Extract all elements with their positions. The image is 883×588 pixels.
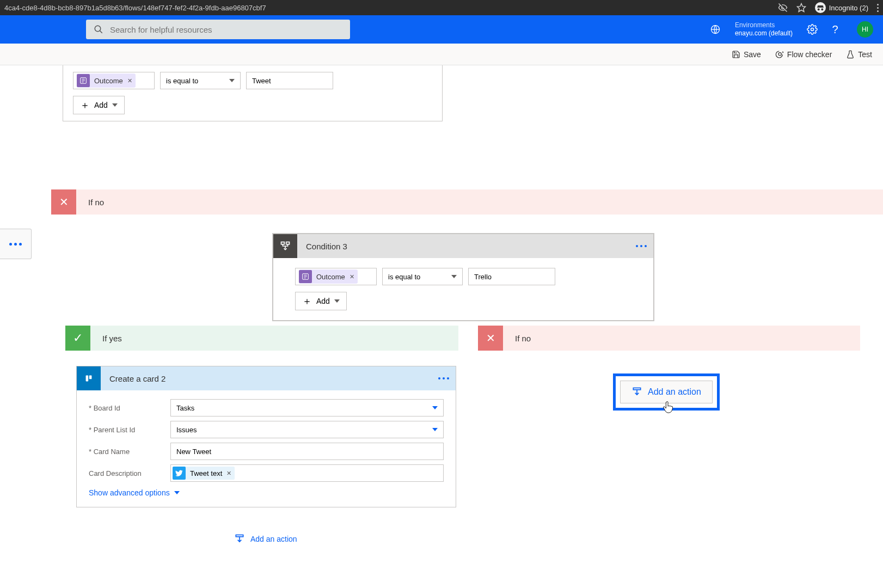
add-condition-button[interactable]: ＋ Add — [73, 96, 125, 114]
add-action-label: Add an action — [250, 535, 297, 543]
condition-operator-select[interactable]: is equal to — [382, 268, 463, 285]
search-icon — [94, 24, 103, 34]
token-remove-icon[interactable]: ✕ — [226, 470, 231, 477]
trello-icon — [77, 366, 101, 390]
list-select[interactable]: Issues — [170, 421, 444, 438]
eye-off-icon[interactable] — [778, 3, 788, 13]
condition-3-card[interactable]: Condition 3 Outcome ✕ is equal to — [272, 233, 654, 321]
svg-rect-13 — [236, 535, 243, 537]
condition-left-operand[interactable]: Outcome ✕ — [295, 268, 377, 285]
twitter-icon — [173, 467, 186, 480]
token-remove-icon[interactable]: ✕ — [127, 77, 132, 84]
trello-create-card[interactable]: Create a card 2 * Board Id Tasks * Paren… — [76, 366, 456, 507]
branch-label: If no — [76, 198, 104, 207]
svg-point-1 — [95, 26, 101, 32]
test-label: Test — [858, 50, 872, 59]
add-label: Add — [94, 101, 108, 109]
settings-icon[interactable] — [807, 24, 818, 35]
condition-card-top[interactable]: Outcome ✕ is equal to Tweet ＋ Add — [63, 65, 443, 121]
list-value: Issues — [176, 426, 197, 434]
card-menu-icon[interactable] — [438, 377, 449, 379]
card-title: Create a card 2 — [101, 374, 438, 383]
field-label-desc: Card Description — [89, 469, 170, 477]
add-label: Add — [316, 297, 330, 305]
card-menu-icon[interactable] — [636, 245, 647, 247]
browser-chrome: 4ca4-cde8-4d8b-bcb8-897b1a5d8b63/flows/1… — [0, 0, 883, 15]
cardname-input[interactable]: New Tweet — [170, 443, 444, 460]
operator-value: is equal to — [388, 273, 420, 281]
command-bar: Save Flow checker Test — [0, 44, 883, 65]
incognito-icon — [815, 2, 826, 13]
branch-label: If no — [503, 334, 531, 343]
svg-rect-8 — [286, 242, 290, 244]
check-icon: ✓ — [73, 332, 83, 344]
forms-icon — [299, 270, 312, 283]
browser-menu-icon[interactable] — [877, 4, 879, 12]
show-advanced-link[interactable]: Show advanced options — [89, 488, 444, 497]
token-label: Outcome — [316, 273, 345, 281]
branch-if-no[interactable]: ✕ If no — [478, 326, 860, 351]
chevron-down-icon — [432, 428, 438, 431]
chevron-down-icon — [334, 299, 340, 303]
environment-icon[interactable] — [710, 24, 721, 35]
star-icon[interactable] — [796, 3, 806, 13]
dynamic-token-outcome[interactable]: Outcome ✕ — [299, 270, 358, 284]
token-label: Tweet text — [190, 469, 222, 477]
token-label: Outcome — [94, 77, 123, 85]
dynamic-token-outcome[interactable]: Outcome ✕ — [77, 74, 136, 88]
plus-icon: ＋ — [302, 296, 312, 306]
chevron-down-icon — [112, 103, 118, 107]
svg-marker-0 — [797, 4, 805, 12]
condition-right-operand[interactable]: Tweet — [246, 72, 333, 89]
dynamic-token-tweettext[interactable]: Tweet text ✕ — [173, 467, 235, 480]
condition-left-operand[interactable]: Outcome ✕ — [73, 72, 155, 89]
forms-icon — [77, 74, 90, 87]
avatar[interactable]: HI — [857, 21, 873, 38]
environment-picker[interactable]: Environments enayu.com (default) — [729, 21, 798, 38]
chevron-down-icon — [229, 79, 235, 82]
board-value: Tasks — [176, 404, 194, 412]
advanced-label: Show advanced options — [89, 488, 170, 497]
condition-operator-select[interactable]: is equal to — [160, 72, 241, 89]
cross-icon: ✕ — [59, 197, 69, 207]
branch-label: If yes — [90, 334, 122, 343]
add-condition-button[interactable]: ＋ Add — [295, 292, 347, 310]
address-bar[interactable]: 4ca4-cde8-4d8b-bcb8-897b1a5d8b63/flows/1… — [4, 4, 778, 12]
chevron-down-icon — [432, 406, 438, 409]
add-action-button[interactable]: Add an action — [234, 534, 297, 544]
right-value: Trello — [474, 273, 492, 281]
operator-value: is equal to — [166, 77, 198, 85]
save-label: Save — [744, 50, 761, 59]
condition-right-operand[interactable]: Trello — [468, 268, 555, 285]
save-button[interactable]: Save — [732, 50, 761, 59]
svg-rect-11 — [86, 376, 89, 382]
field-label-board: * Board Id — [89, 404, 170, 412]
flow-canvas[interactable]: Outcome ✕ is equal to Tweet ＋ Add ✕ — [0, 65, 883, 588]
add-action-button[interactable]: Add an action — [620, 381, 713, 403]
svg-rect-12 — [89, 376, 92, 379]
token-remove-icon[interactable]: ✕ — [349, 273, 354, 280]
add-action-highlight: Add an action — [613, 373, 720, 411]
cardname-value: New Tweet — [176, 448, 211, 456]
incognito-indicator[interactable]: Incognito (2) — [815, 2, 868, 13]
desc-input[interactable]: Tweet text ✕ — [170, 464, 444, 482]
collapsed-step[interactable] — [0, 229, 32, 259]
flow-checker-button[interactable]: Flow checker — [775, 50, 832, 59]
env-label: Environments — [735, 21, 793, 29]
field-label-list: * Parent List Id — [89, 426, 170, 434]
right-value: Tweet — [252, 77, 271, 85]
chevron-down-icon — [451, 275, 457, 278]
plus-icon: ＋ — [80, 100, 90, 110]
branch-if-no-top[interactable]: ✕ If no — [51, 189, 883, 215]
branch-if-yes[interactable]: ✓ If yes — [65, 326, 458, 351]
help-icon[interactable]: ? — [830, 24, 841, 35]
field-label-cardname: * Card Name — [89, 448, 170, 456]
search-input[interactable] — [110, 25, 342, 34]
search-box[interactable] — [86, 20, 350, 39]
board-select[interactable]: Tasks — [170, 399, 444, 416]
condition-icon — [273, 234, 297, 258]
test-button[interactable]: Test — [846, 50, 872, 59]
svg-rect-14 — [633, 388, 640, 390]
svg-line-2 — [100, 30, 102, 33]
add-action-label: Add an action — [648, 387, 701, 397]
